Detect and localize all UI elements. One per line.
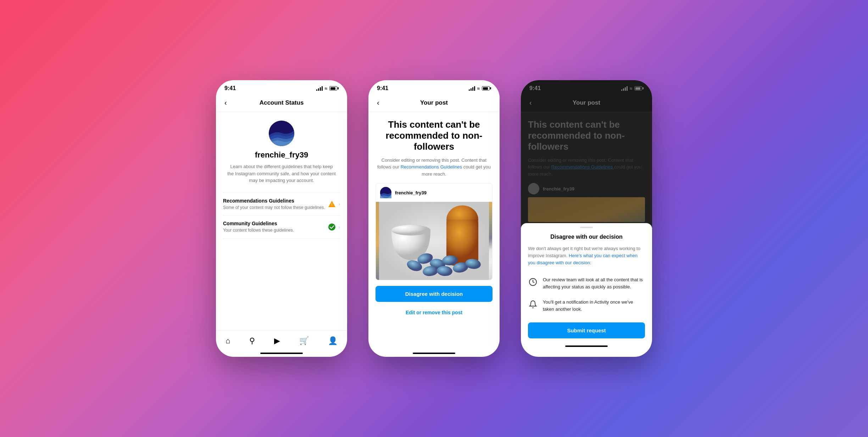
nav-bar-2: ‹ Your post bbox=[368, 94, 500, 112]
bottom-sheet: Disagree with our decision We don't alwa… bbox=[521, 223, 652, 357]
community-guideline-title: Community Guidelines bbox=[223, 221, 326, 226]
clock-svg bbox=[529, 278, 537, 286]
content-warning-title: This content can't be recommended to non… bbox=[375, 119, 493, 153]
recommendations-guideline-subtitle: Some of your content may not follow thes… bbox=[223, 205, 326, 211]
sheet-title: Disagree with our decision bbox=[521, 234, 652, 240]
page-title-1: Account Status bbox=[260, 99, 304, 106]
sheet-item-review-text: Our review team will look at all the con… bbox=[543, 276, 645, 290]
post-card: frenchie_fry39 bbox=[375, 183, 493, 280]
post-avatar bbox=[380, 187, 391, 198]
page-title-2: Your post bbox=[420, 99, 448, 106]
post-image-svg bbox=[376, 202, 492, 280]
warning-triangle-icon: ! bbox=[328, 200, 336, 208]
svg-point-4 bbox=[328, 223, 335, 231]
phone2-content: This content can't be recommended to non… bbox=[368, 112, 500, 357]
home-indicator-1 bbox=[216, 350, 347, 357]
nav-bar-1: ‹ Account Status bbox=[216, 94, 347, 112]
battery-icon-2 bbox=[482, 86, 491, 90]
bell-svg bbox=[529, 300, 537, 309]
community-guideline-item[interactable]: Community Guidelines Your content follow… bbox=[223, 216, 340, 239]
status-icons-1: ≈ bbox=[316, 86, 339, 91]
phone1-content: frenchie_fry39 Learn about the different… bbox=[216, 112, 347, 357]
home-bar-1 bbox=[260, 353, 303, 354]
sheet-handle bbox=[580, 227, 593, 228]
phone-1: 9:41 ≈ ‹ Account Status bbox=[216, 80, 347, 357]
battery-icon bbox=[329, 86, 339, 90]
community-guideline-text: Community Guidelines Your content follow… bbox=[223, 221, 326, 233]
status-bar-2: 9:41 ≈ bbox=[368, 80, 500, 94]
post-header: frenchie_fry39 bbox=[376, 183, 492, 202]
checkmark-icon bbox=[328, 223, 336, 231]
account-status-content: frenchie_fry39 Learn about the different… bbox=[216, 112, 347, 330]
edit-remove-button[interactable]: Edit or remove this post bbox=[375, 306, 493, 319]
phone-3: 9:41 ≈ ‹ Your post This co bbox=[521, 80, 652, 357]
sheet-item-review: Our review team will look at all the con… bbox=[521, 273, 652, 293]
bottom-nav-1: ⌂ ⚲ ▶ 🛒 👤 bbox=[216, 330, 347, 350]
avatar bbox=[269, 121, 294, 146]
svg-point-11 bbox=[391, 225, 430, 236]
sheet-description: We don't always get it right but we're a… bbox=[521, 245, 652, 266]
check-circle-icon bbox=[328, 223, 336, 231]
disagree-button[interactable]: Disagree with decision bbox=[375, 286, 493, 302]
sheet-item-notification: You'll get a notification in Activity on… bbox=[521, 296, 652, 315]
status-icons-2: ≈ bbox=[469, 86, 491, 91]
status-bar-1: 9:41 ≈ bbox=[216, 80, 347, 94]
back-button-1[interactable]: ‹ bbox=[222, 97, 230, 108]
avatar-svg bbox=[269, 121, 294, 146]
home-nav-icon[interactable]: ⌂ bbox=[223, 335, 233, 347]
signal-bars-icon-2 bbox=[469, 86, 475, 91]
recommendations-link[interactable]: Recommendations Guidelines bbox=[401, 164, 463, 170]
guidelines-section: Recommendations Guidelines Some of your … bbox=[223, 193, 340, 239]
clock-icon bbox=[528, 277, 538, 287]
wifi-icon: ≈ bbox=[325, 86, 327, 91]
recommendations-guideline-item[interactable]: Recommendations Guidelines Some of your … bbox=[223, 193, 340, 216]
signal-bars-icon bbox=[316, 86, 323, 91]
post-image bbox=[376, 202, 492, 280]
reels-nav-icon[interactable]: ▶ bbox=[271, 335, 283, 347]
chevron-right-icon-2: › bbox=[338, 224, 340, 230]
post-username: frenchie_fry39 bbox=[395, 190, 427, 195]
wifi-icon-2: ≈ bbox=[477, 86, 480, 91]
username-label: frenchie_fry39 bbox=[255, 150, 308, 160]
phone-2: 9:41 ≈ ‹ Your post This content can't be… bbox=[368, 80, 500, 357]
bell-icon bbox=[528, 299, 538, 309]
home-indicator-3 bbox=[521, 343, 652, 350]
svg-text:!: ! bbox=[331, 203, 333, 207]
time-1: 9:41 bbox=[224, 85, 236, 92]
your-post-content: This content can't be recommended to non… bbox=[368, 112, 500, 350]
profile-nav-icon[interactable]: 👤 bbox=[325, 335, 340, 347]
post-avatar-svg bbox=[380, 187, 391, 198]
home-indicator-2 bbox=[368, 350, 500, 357]
account-description: Learn about the different guidelines tha… bbox=[223, 163, 340, 184]
community-guideline-subtitle: Your content follows these guidelines. bbox=[223, 227, 326, 233]
home-bar-3 bbox=[565, 345, 608, 347]
back-button-2[interactable]: ‹ bbox=[374, 97, 382, 108]
recommendations-guideline-text: Recommendations Guidelines Some of your … bbox=[223, 198, 326, 211]
time-2: 9:41 bbox=[377, 85, 388, 92]
submit-request-button[interactable]: Submit request bbox=[528, 322, 645, 338]
recommendations-guideline-title: Recommendations Guidelines bbox=[223, 198, 326, 204]
content-warning-desc: Consider editing or removing this post. … bbox=[375, 157, 493, 178]
sheet-item-notification-text: You'll get a notification in Activity on… bbox=[543, 299, 645, 312]
home-bar-2 bbox=[413, 353, 455, 354]
chevron-right-icon-1: › bbox=[338, 201, 340, 207]
search-nav-icon[interactable]: ⚲ bbox=[246, 335, 258, 347]
shop-nav-icon[interactable]: 🛒 bbox=[296, 335, 312, 347]
warning-icon: ! bbox=[328, 200, 336, 208]
